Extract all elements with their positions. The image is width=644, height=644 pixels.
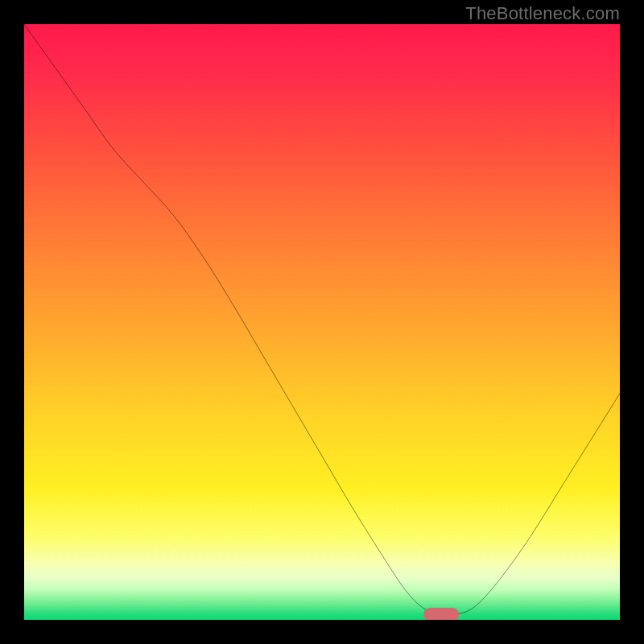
chart-frame: TheBottleneck.com <box>0 0 644 644</box>
plot-area <box>24 24 620 620</box>
sweet-spot-marker <box>423 608 459 620</box>
bottleneck-curve <box>24 24 620 615</box>
bottleneck-curve-layer <box>24 24 620 620</box>
watermark: TheBottleneck.com <box>465 3 620 24</box>
